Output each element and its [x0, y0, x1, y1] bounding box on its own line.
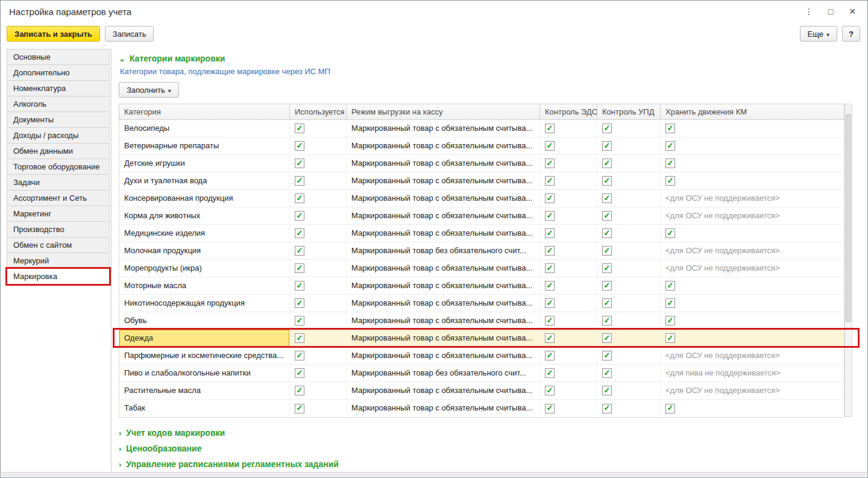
- table-row[interactable]: Велосипеды✓Маркированный товар с обязате…: [119, 120, 844, 137]
- checkbox-checked[interactable]: ✓: [545, 211, 555, 221]
- mode-cell[interactable]: Маркированный товар с обязательным считы…: [347, 277, 540, 294]
- column-header[interactable]: Используется: [290, 104, 347, 119]
- checkbox-checked[interactable]: ✓: [295, 333, 304, 343]
- checkbox-checked[interactable]: ✓: [602, 298, 612, 308]
- category-cell[interactable]: Медицинские изделия: [119, 225, 290, 242]
- checkbox-checked[interactable]: ✓: [295, 159, 304, 168]
- mode-cell[interactable]: Маркированный товар с обязательным считы…: [347, 312, 540, 329]
- table-row[interactable]: Растительные масла✓Маркированный товар с…: [119, 382, 844, 400]
- table-row[interactable]: Пиво и слабоалкогольные напитки✓Маркиров…: [119, 365, 844, 382]
- checkbox-checked[interactable]: ✓: [545, 176, 555, 186]
- table-row[interactable]: Ветеринарные препараты✓Маркированный тов…: [119, 137, 844, 155]
- sidebar-item[interactable]: Основные: [7, 49, 110, 65]
- checkbox-checked[interactable]: ✓: [295, 124, 304, 133]
- table-row[interactable]: Одежда✓Маркированный товар с обязательны…: [119, 330, 844, 347]
- table-row[interactable]: Парфюмерные и косметические средства...✓…: [119, 347, 844, 365]
- checkbox-checked[interactable]: ✓: [545, 368, 555, 378]
- fill-button[interactable]: Заполнить▾: [119, 82, 179, 98]
- checkbox-checked[interactable]: ✓: [545, 404, 555, 414]
- vertical-scrollbar[interactable]: [844, 104, 852, 417]
- mode-cell[interactable]: Маркированный товар с обязательным считы…: [347, 137, 540, 154]
- checkbox-checked[interactable]: ✓: [602, 141, 612, 151]
- checkbox-checked[interactable]: ✓: [545, 333, 555, 343]
- category-cell[interactable]: Пиво и слабоалкогольные напитки: [119, 365, 290, 382]
- category-cell[interactable]: Корма для животных: [119, 207, 290, 224]
- checkbox-checked[interactable]: ✓: [602, 333, 612, 343]
- checkbox-checked[interactable]: ✓: [602, 228, 612, 238]
- section-subtitle-link[interactable]: Категории товара, подлежащие маркировке …: [120, 67, 330, 76]
- checkbox-checked[interactable]: ✓: [545, 386, 555, 395]
- help-button[interactable]: ?: [842, 26, 860, 42]
- sidebar-item[interactable]: Обмен с сайтом: [7, 237, 110, 253]
- checkbox-checked[interactable]: ✓: [602, 263, 612, 273]
- mode-cell[interactable]: Маркированный товар без обязательного сч…: [347, 242, 540, 259]
- category-cell[interactable]: Парфюмерные и косметические средства...: [119, 347, 290, 364]
- checkbox-checked[interactable]: ✓: [295, 368, 304, 378]
- checkbox-checked[interactable]: ✓: [545, 298, 555, 308]
- category-cell[interactable]: Одежда: [119, 330, 290, 347]
- checkbox-checked[interactable]: ✓: [665, 281, 675, 291]
- checkbox-checked[interactable]: ✓: [665, 333, 675, 343]
- checkbox-checked[interactable]: ✓: [545, 141, 555, 151]
- checkbox-checked[interactable]: ✓: [602, 124, 612, 133]
- table-row[interactable]: Корма для животных✓Маркированный товар с…: [119, 207, 844, 225]
- table-row[interactable]: Обувь✓Маркированный товар с обязательным…: [119, 312, 844, 330]
- checkbox-checked[interactable]: ✓: [295, 298, 304, 308]
- category-cell[interactable]: Духи и туалетная вода: [119, 172, 290, 189]
- checkbox-checked[interactable]: ✓: [545, 159, 555, 168]
- bottom-scrollbar[interactable]: [1, 472, 867, 477]
- mode-cell[interactable]: Маркированный товар с обязательным считы…: [347, 120, 540, 137]
- table-row[interactable]: Духи и туалетная вода✓Маркированный това…: [119, 172, 844, 190]
- category-cell[interactable]: Растительные масла: [119, 382, 290, 399]
- category-cell[interactable]: Обувь: [119, 312, 290, 329]
- checkbox-checked[interactable]: ✓: [295, 176, 304, 186]
- mode-cell[interactable]: Маркированный товар с обязательным считы…: [347, 207, 540, 224]
- menu-icon[interactable]: ⋮: [800, 4, 818, 19]
- mode-cell[interactable]: Маркированный товар с обязательным считы…: [347, 382, 540, 399]
- collapsed-section[interactable]: ›Ценообразование: [119, 441, 867, 456]
- checkbox-checked[interactable]: ✓: [545, 228, 555, 238]
- sidebar-item[interactable]: Торговое оборудование: [7, 159, 110, 175]
- mode-cell[interactable]: Маркированный товар с обязательным считы…: [347, 295, 540, 312]
- checkbox-checked[interactable]: ✓: [602, 176, 612, 186]
- mode-cell[interactable]: Маркированный товар с обязательным считы…: [347, 260, 540, 277]
- checkbox-checked[interactable]: ✓: [545, 281, 555, 291]
- scrollbar-thumb[interactable]: [846, 114, 851, 322]
- mode-cell[interactable]: Маркированный товар с обязательным считы…: [347, 400, 540, 417]
- table-row[interactable]: Моторные масла✓Маркированный товар с обя…: [119, 277, 844, 295]
- sidebar-item[interactable]: Задачи: [7, 174, 110, 190]
- sidebar-item[interactable]: Маркировка: [7, 268, 110, 285]
- checkbox-checked[interactable]: ✓: [295, 246, 304, 256]
- save-button[interactable]: Записать: [105, 26, 154, 42]
- checkbox-checked[interactable]: ✓: [295, 404, 304, 414]
- sidebar-item[interactable]: Маркетинг: [7, 206, 110, 222]
- sidebar-item[interactable]: Документы: [7, 112, 110, 128]
- checkbox-checked[interactable]: ✓: [295, 193, 304, 203]
- table-row[interactable]: Молочная продукция✓Маркированный товар б…: [119, 242, 844, 260]
- mode-cell[interactable]: Маркированный товар с обязательным считы…: [347, 155, 540, 172]
- table-row[interactable]: Табак✓Маркированный товар с обязательным…: [119, 400, 844, 417]
- mode-cell[interactable]: Маркированный товар с обязательным считы…: [347, 172, 540, 189]
- checkbox-checked[interactable]: ✓: [545, 246, 555, 256]
- checkbox-checked[interactable]: ✓: [545, 263, 555, 273]
- sidebar-item[interactable]: Производство: [7, 221, 110, 237]
- checkbox-checked[interactable]: ✓: [665, 228, 675, 238]
- collapsed-section[interactable]: ›Управление расписаниями регламентных за…: [119, 456, 867, 472]
- checkbox-checked[interactable]: ✓: [545, 193, 555, 203]
- category-cell[interactable]: Консервированная продукция: [119, 190, 290, 207]
- checkbox-checked[interactable]: ✓: [665, 176, 675, 186]
- table-row[interactable]: Консервированная продукция✓Маркированный…: [119, 190, 844, 207]
- column-header[interactable]: Контроль ЭДО: [540, 104, 597, 119]
- mode-cell[interactable]: Маркированный товар с обязательным считы…: [347, 347, 540, 364]
- sidebar-item[interactable]: Меркурий: [7, 253, 110, 269]
- checkbox-checked[interactable]: ✓: [665, 159, 675, 168]
- checkbox-checked[interactable]: ✓: [665, 124, 675, 133]
- category-cell[interactable]: Велосипеды: [119, 120, 290, 137]
- checkbox-checked[interactable]: ✓: [295, 351, 304, 360]
- mode-cell[interactable]: Маркированный товар без обязательного сч…: [347, 365, 540, 382]
- checkbox-checked[interactable]: ✓: [295, 316, 304, 325]
- checkbox-checked[interactable]: ✓: [602, 211, 612, 221]
- checkbox-checked[interactable]: ✓: [295, 228, 304, 238]
- checkbox-checked[interactable]: ✓: [602, 368, 612, 378]
- column-header[interactable]: Категория: [119, 104, 290, 119]
